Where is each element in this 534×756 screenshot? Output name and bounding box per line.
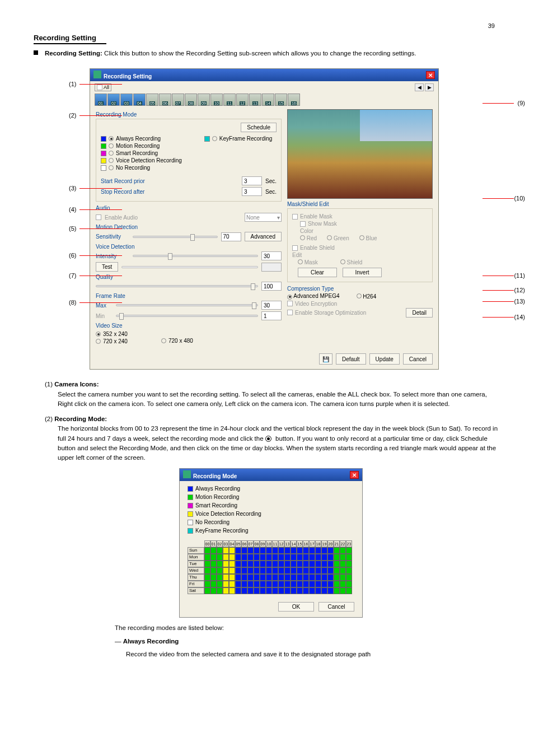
motion-recording-radio[interactable]: [109, 143, 114, 148]
page-number: 39: [488, 22, 495, 29]
size-720x240-radio[interactable]: [96, 339, 101, 344]
camera-tab-09[interactable]: 09: [198, 94, 210, 106]
camera-tab-04[interactable]: 04: [133, 94, 146, 106]
stop-after-input[interactable]: [242, 187, 262, 196]
smart-recording-radio[interactable]: [109, 151, 114, 156]
edit-mask-radio[interactable]: [298, 259, 303, 264]
legend-always-color: [188, 486, 193, 492]
camera-tab-07[interactable]: 07: [172, 94, 184, 106]
close-icon[interactable]: ✕: [426, 71, 435, 79]
save-icon: 💾: [322, 356, 329, 362]
h264-radio[interactable]: [357, 293, 362, 298]
legend-none-color: [188, 520, 193, 525]
callout-6: (6): [69, 252, 76, 259]
callout-2: (2): [69, 112, 76, 119]
enable-audio-checkbox[interactable]: [96, 214, 101, 220]
default-button[interactable]: Default: [336, 353, 366, 365]
enable-mask-checkbox[interactable]: [292, 214, 298, 220]
legend-smart-color: [188, 503, 193, 508]
camera-tab-10[interactable]: 10: [210, 94, 223, 106]
fps-max-input[interactable]: [261, 301, 282, 310]
camera-tab-06[interactable]: 06: [159, 94, 171, 106]
quality-input[interactable]: [261, 282, 282, 291]
detail-button[interactable]: Detail: [406, 308, 433, 318]
camera-tab-01[interactable]: 01: [95, 94, 107, 106]
video-encryption-checkbox[interactable]: [287, 301, 293, 306]
camera-tab-15[interactable]: 15: [275, 94, 287, 106]
callout-7: (7): [69, 272, 76, 279]
show-mask-checkbox[interactable]: [300, 221, 306, 227]
cancel-button[interactable]: Cancel: [403, 353, 433, 365]
camera-tab-12[interactable]: 12: [236, 94, 249, 106]
no-recording-radio[interactable]: [109, 165, 114, 170]
test-button[interactable]: Test: [96, 262, 118, 272]
legend-voice-color: [188, 511, 193, 517]
page-next-button[interactable]: ▶: [425, 83, 434, 91]
audio-dropdown[interactable]: None▾: [245, 213, 282, 222]
sched-ok-button[interactable]: OK: [278, 602, 314, 612]
camera-tab-05[interactable]: 05: [146, 94, 158, 106]
group-motion: Motion Detection: [96, 224, 282, 230]
page-prev-button[interactable]: ◀: [415, 83, 424, 91]
close-icon[interactable]: ✕: [350, 471, 359, 479]
intensity-input[interactable]: [261, 251, 282, 260]
recording-setting-dialog: Recording Setting ✕ All ◀ ▶ 01 02 03 04 …: [90, 68, 439, 370]
sched-cancel-button[interactable]: Cancel: [318, 602, 354, 612]
group-quality: Quality: [96, 274, 282, 280]
mpeg4-radio[interactable]: [287, 295, 292, 300]
size-352-radio[interactable]: [96, 332, 101, 337]
intro-text: Recording Setting: Click this button to …: [45, 49, 416, 58]
schedule-grid[interactable]: 0001020304050607080910111213141516171819…: [180, 538, 362, 598]
camera-tab-13[interactable]: 13: [249, 94, 261, 106]
callout-4: (4): [69, 206, 76, 213]
section-1-num: (1): [45, 381, 53, 388]
camera-tab-16[interactable]: 16: [288, 94, 300, 106]
storage-opt-checkbox[interactable]: [287, 310, 293, 315]
voice-recording-radio[interactable]: [109, 158, 114, 163]
fps-max-slider[interactable]: [116, 304, 258, 306]
color-red-radio[interactable]: [300, 235, 305, 240]
group-framerate: Frame Rate: [96, 293, 282, 299]
clear-button[interactable]: Clear: [298, 268, 337, 277]
camera-tab-03[interactable]: 03: [120, 94, 133, 106]
edit-shield-radio[interactable]: [340, 259, 345, 264]
modes-intro: The recording modes are listed below:: [115, 623, 500, 633]
camera-tab-02[interactable]: 02: [107, 94, 120, 106]
keyframe-recording-radio[interactable]: [212, 136, 217, 141]
callout-9: (9): [518, 100, 525, 106]
save-icon-button[interactable]: 💾: [319, 353, 332, 365]
sched-legend: Always Recording Motion Recording Smart …: [180, 481, 362, 538]
smart-color: [101, 151, 106, 156]
invert-button[interactable]: Invert: [343, 268, 382, 277]
camera-tab-08[interactable]: 08: [185, 94, 197, 106]
camera-tab-14[interactable]: 14: [262, 94, 274, 106]
sensitivity-slider[interactable]: [133, 236, 218, 238]
fps-min-slider[interactable]: [116, 315, 258, 317]
group-maskshield: Mask/Shield Edit: [287, 201, 433, 207]
motion-color: [101, 143, 106, 149]
group-videosize: Video Size: [96, 323, 282, 329]
callout-11: (11): [514, 272, 525, 279]
group-audio: Audio: [96, 205, 282, 211]
section-1-title: Camera Icons:: [54, 381, 99, 388]
start-prior-input[interactable]: [242, 176, 262, 185]
camera-tab-11[interactable]: 11: [223, 94, 236, 106]
intensity-slider[interactable]: [133, 255, 258, 257]
all-checkbox[interactable]: All: [95, 83, 111, 91]
color-blue-radio[interactable]: [359, 235, 364, 240]
keyframe-color: [204, 136, 210, 142]
color-green-radio[interactable]: [327, 235, 332, 240]
schedule-button[interactable]: Schedule: [241, 123, 277, 132]
advanced-button[interactable]: Advanced: [245, 232, 282, 241]
update-button[interactable]: Update: [369, 353, 400, 365]
enable-shield-checkbox[interactable]: [292, 245, 298, 251]
section-1-text: Select the camera number you want to set…: [58, 390, 500, 409]
size-720x480-radio[interactable]: [161, 338, 166, 343]
heading-recording-setting: Recording Setting: [34, 34, 106, 44]
sensitivity-input[interactable]: [221, 232, 241, 241]
always-recording-radio[interactable]: [109, 136, 114, 141]
fps-min-input[interactable]: [261, 311, 282, 320]
radio-glyph-icon: [265, 436, 271, 442]
quality-slider[interactable]: [96, 285, 258, 287]
dialog-titlebar: Recording Setting ✕: [90, 69, 438, 81]
